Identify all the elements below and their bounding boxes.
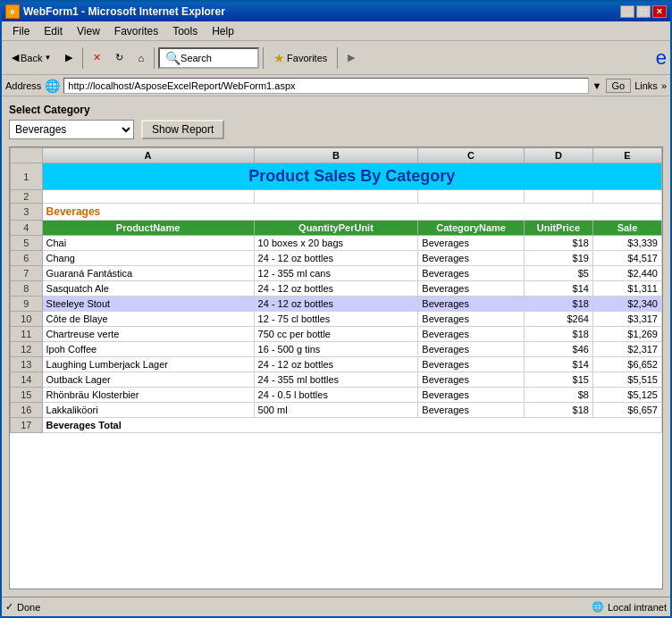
cell-product-name: Chang xyxy=(42,251,254,266)
row-num-9: 9 xyxy=(11,296,43,312)
row-num-2: 2 xyxy=(11,190,43,204)
menu-edit[interactable]: Edit xyxy=(37,23,70,39)
media-button[interactable] xyxy=(341,46,361,71)
refresh-button[interactable] xyxy=(109,46,130,71)
home-button[interactable] xyxy=(131,46,150,71)
cell-unit-price: $46 xyxy=(524,342,592,357)
toolbar: Back ▼ Favorites e xyxy=(2,41,670,75)
cell-sale: $2,317 xyxy=(592,342,661,357)
cell-category-name: Beverages xyxy=(418,372,525,388)
empty-a2 xyxy=(42,190,254,204)
row-num-3: 3 xyxy=(11,204,43,221)
show-report-button[interactable]: Show Report xyxy=(141,120,224,139)
cell-qty-per-unit: 12 - 355 ml cans xyxy=(254,266,418,281)
data-row: 5 Chai 10 boxes x 20 bags Beverages $18 … xyxy=(11,236,662,251)
cell-product-name: Ipoh Coffee xyxy=(42,342,254,357)
data-row: 12 Ipoh Coffee 16 - 500 g tins Beverages… xyxy=(11,342,662,357)
links-label: Links xyxy=(634,80,658,91)
row-num-10: 10 xyxy=(11,312,43,327)
spreadsheet-container: A B C D E 1 Product Sales By Category xyxy=(9,146,663,589)
back-button[interactable]: Back ▼ xyxy=(5,46,57,71)
data-row: 13 Laughing Lumberjack Lager 24 - 12 oz … xyxy=(11,357,662,372)
favorites-button[interactable]: Favorites xyxy=(267,46,333,71)
search-box[interactable] xyxy=(158,47,259,69)
menu-favorites[interactable]: Favorites xyxy=(107,23,165,39)
go-button[interactable]: Go xyxy=(606,79,632,93)
minimize-button[interactable]: _ xyxy=(620,5,634,18)
stop-button[interactable] xyxy=(87,46,107,71)
row-num-1: 1 xyxy=(11,163,43,190)
row-num-12: 12 xyxy=(11,342,43,357)
cell-product-name: Guaraná Fantástica xyxy=(42,266,254,281)
cell-unit-price: $15 xyxy=(524,372,592,388)
menu-help[interactable]: Help xyxy=(205,23,241,39)
controls-row: Beverages Condiments Confections Dairy P… xyxy=(9,120,663,139)
forward-button[interactable] xyxy=(59,46,79,71)
cell-qty-per-unit: 24 - 12 oz bottles xyxy=(254,296,418,312)
data-row: 15 Rhönbräu Klosterbier 24 - 0.5 l bottl… xyxy=(11,388,662,403)
cell-qty-per-unit: 24 - 12 oz bottles xyxy=(254,357,418,372)
stop-icon xyxy=(93,52,101,63)
empty-c2 xyxy=(418,190,525,204)
title-row-1: 1 Product Sales By Category xyxy=(11,163,662,190)
status-bar: ✓ Done 🌐 Local intranet xyxy=(2,597,670,616)
cell-sale: $4,517 xyxy=(592,251,661,266)
search-icon xyxy=(165,51,181,65)
address-input[interactable] xyxy=(63,78,588,94)
status-right: 🌐 Local intranet xyxy=(592,601,667,613)
cell-category-name: Beverages xyxy=(418,388,525,403)
corner-cell xyxy=(11,148,43,163)
category-cell: Beverages xyxy=(42,204,661,221)
cell-category-name: Beverages xyxy=(418,236,525,251)
col-header-a: A xyxy=(42,148,254,163)
category-select[interactable]: Beverages Condiments Confections Dairy P… xyxy=(9,120,134,139)
search-input[interactable] xyxy=(181,53,252,63)
cell-product-name: Outback Lager xyxy=(42,372,254,388)
cell-unit-price: $14 xyxy=(524,357,592,372)
cell-category-name: Beverages xyxy=(418,281,525,296)
category-row-3: 3 Beverages xyxy=(11,204,662,221)
cell-category-name: Beverages xyxy=(418,403,525,418)
data-row: 14 Outback Lager 24 - 355 ml bottles Bev… xyxy=(11,372,662,388)
cell-sale: $1,311 xyxy=(592,281,661,296)
status-left: ✓ Done xyxy=(5,601,40,613)
select-category-label: Select Category xyxy=(9,104,663,116)
data-row: 6 Chang 24 - 12 oz bottles Beverages $19… xyxy=(11,251,662,266)
media-icon xyxy=(348,52,355,63)
cell-qty-per-unit: 750 cc per bottle xyxy=(254,327,418,342)
empty-d2 xyxy=(524,190,592,204)
menu-view[interactable]: View xyxy=(70,23,107,39)
menu-tools[interactable]: Tools xyxy=(165,23,205,39)
cell-product-name: Chai xyxy=(42,236,254,251)
cell-unit-price: $19 xyxy=(524,251,592,266)
cell-qty-per-unit: 24 - 12 oz bottles xyxy=(254,281,418,296)
col-header-b: B xyxy=(254,148,418,163)
cell-qty-per-unit: 24 - 12 oz bottles xyxy=(254,251,418,266)
cell-sale: $3,339 xyxy=(592,236,661,251)
cell-unit-price: $18 xyxy=(524,403,592,418)
cell-product-name: Sasquatch Ale xyxy=(42,281,254,296)
cell-sale: $5,125 xyxy=(592,388,661,403)
menu-file[interactable]: File xyxy=(5,23,37,39)
status-text: Done xyxy=(17,602,40,613)
close-button[interactable]: ✕ xyxy=(652,5,667,18)
data-row: 9 Steeleye Stout 24 - 12 oz bottles Beve… xyxy=(11,296,662,312)
cell-sale: $2,340 xyxy=(592,296,661,312)
col-product-name: ProductName xyxy=(42,221,254,236)
window-icon: e xyxy=(5,4,20,19)
total-label: Beverages Total xyxy=(42,418,661,433)
home-icon xyxy=(138,53,144,63)
cell-sale: $3,317 xyxy=(592,312,661,327)
restore-button[interactable]: □ xyxy=(636,5,651,18)
title-cell: Product Sales By Category xyxy=(42,163,661,190)
cell-qty-per-unit: 12 - 75 cl bottles xyxy=(254,312,418,327)
col-category-name: CategoryName xyxy=(418,221,525,236)
window-controls[interactable]: _ □ ✕ xyxy=(620,5,667,18)
ie-window: e WebForm1 - Microsoft Internet Explorer… xyxy=(0,0,672,618)
row-num-16: 16 xyxy=(11,403,43,418)
cell-unit-price: $18 xyxy=(524,327,592,342)
done-icon: ✓ xyxy=(5,601,13,613)
cell-category-name: Beverages xyxy=(418,342,525,357)
row-num-7: 7 xyxy=(11,266,43,281)
cell-category-name: Beverages xyxy=(418,327,525,342)
